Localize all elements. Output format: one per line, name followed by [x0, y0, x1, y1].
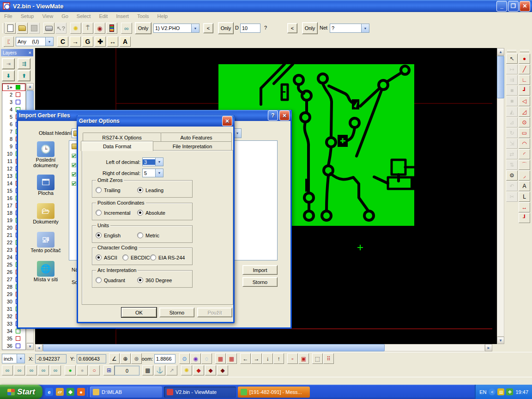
- draw-rect-button[interactable]: ▭: [519, 128, 530, 138]
- pan-down-button[interactable]: ↓: [262, 353, 273, 364]
- layer-color-swatch[interactable]: [16, 85, 20, 90]
- move-points-button[interactable]: ⇉: [506, 75, 518, 85]
- layer-up-button[interactable]: ⬆: [18, 70, 30, 81]
- layer-combo-arrow-icon[interactable]: ▼: [191, 24, 199, 32]
- dcode-g-button[interactable]: G: [82, 36, 93, 47]
- undo-button[interactable]: ↶: [506, 181, 518, 191]
- print-button[interactable]: [43, 23, 54, 34]
- zoom-select-button[interactable]: ◌: [201, 353, 212, 364]
- measure-button[interactable]: ↗: [166, 365, 177, 375]
- snap-grid-button[interactable]: ▩: [142, 365, 153, 375]
- redraw-board-button[interactable]: ▦: [215, 353, 226, 364]
- zoom-field[interactable]: 1.8866: [154, 354, 175, 363]
- folder-launch-icon[interactable]: ▱: [56, 388, 64, 396]
- layer-color-swatch[interactable]: [16, 336, 20, 341]
- right-decimal-arrow-icon[interactable]: ▼: [155, 169, 163, 177]
- only-net-button[interactable]: Only: [302, 22, 318, 34]
- options-cancel-button[interactable]: Storno: [159, 308, 194, 317]
- layer-row[interactable]: 1+: [2, 84, 25, 91]
- right-toolbar-grip1[interactable]: [507, 50, 516, 52]
- draw-fan-button[interactable]: ◁: [519, 96, 530, 106]
- draw-corner-button[interactable]: ┛: [519, 85, 530, 96]
- filled-square2-button[interactable]: ■: [506, 96, 518, 106]
- radio-trailing[interactable]: Trailing: [96, 187, 121, 193]
- only-layer-button[interactable]: Only: [135, 22, 151, 34]
- select-any-button[interactable]: ⣏: [4, 36, 14, 47]
- prev-layer-button[interactable]: <: [203, 23, 213, 33]
- pad-rotate-button[interactable]: ◆: [205, 365, 216, 375]
- film-palette-button[interactable]: [106, 23, 117, 34]
- y-coordinate-field[interactable]: 0.690643: [77, 354, 106, 363]
- only-dcode-button[interactable]: Only: [218, 22, 234, 34]
- highlight-off-button[interactable]: ●: [77, 365, 88, 375]
- draw-bend-button[interactable]: ┚: [519, 213, 530, 223]
- layer-down-button[interactable]: ⬇: [2, 70, 15, 81]
- radio-360-degree[interactable]: 360 Degree: [137, 277, 172, 283]
- tab-file-interpretation[interactable]: File Interpretation: [153, 141, 232, 151]
- tab-data-format[interactable]: Data Format: [81, 141, 153, 151]
- transform-button[interactable]: ⇄: [506, 149, 518, 159]
- apply-button[interactable]: Použít: [197, 308, 232, 317]
- pad-mode-button[interactable]: ◆: [193, 365, 204, 375]
- rotate-button[interactable]: ↻: [506, 128, 518, 138]
- zoom-magnifier-button[interactable]: ⊙: [179, 353, 190, 364]
- select-points-button[interactable]: ⠿: [323, 353, 334, 364]
- app-titlebar[interactable]: V2.bin - ViewMate _ ❐ ✕: [0, 0, 532, 12]
- view-pads-button[interactable]: ∞: [2, 365, 13, 375]
- pan-left-button[interactable]: ←: [240, 353, 251, 364]
- menu-edit[interactable]: Edit: [95, 12, 112, 20]
- place-desktop[interactable]: 🗔Plocha: [24, 175, 67, 196]
- radio-metric[interactable]: Metric: [137, 232, 159, 238]
- import-help-button[interactable]: ?: [268, 110, 278, 121]
- gerber-file-icon[interactable]: 🗹: [71, 162, 77, 169]
- place-documents[interactable]: 🗁Dokumenty: [24, 203, 67, 224]
- gerber-file-icon[interactable]: 🗹: [71, 181, 77, 187]
- radio-leading[interactable]: Leading: [137, 187, 163, 193]
- internet-explorer-icon[interactable]: e: [45, 388, 53, 396]
- draw-label-button[interactable]: L: [519, 192, 530, 202]
- ok-button[interactable]: OK: [121, 308, 157, 317]
- unit-combo[interactable]: inch ▼: [2, 354, 25, 363]
- minimize-button[interactable]: _: [496, 1, 507, 12]
- task-alert[interactable]: [191-482-091] - Mess...: [238, 387, 310, 398]
- vscroll-up-icon[interactable]: ▲: [497, 48, 504, 55]
- start-button[interactable]: Start: [0, 385, 42, 399]
- filled-square-button[interactable]: ■: [506, 85, 518, 96]
- flash-view-button[interactable]: ✺: [70, 23, 81, 34]
- place-network-places[interactable]: 🌐Místa v síti: [24, 261, 67, 282]
- view-polygons-button[interactable]: ∞: [26, 365, 37, 375]
- radio-eia-rs-244[interactable]: EIA RS-244: [150, 254, 185, 260]
- counter-field[interactable]: 0: [115, 366, 139, 375]
- vscroll-down-icon[interactable]: ▼: [497, 337, 504, 344]
- trace-button[interactable]: ↔: [107, 36, 118, 47]
- firefox-icon[interactable]: ●: [77, 388, 85, 396]
- layer-row[interactable]: 35: [2, 335, 25, 342]
- settings-gear-button[interactable]: ⚙: [506, 170, 518, 181]
- prev-net-button[interactable]: <: [287, 23, 297, 33]
- draw-text-button[interactable]: A: [519, 181, 530, 191]
- radio-incremental[interactable]: Incremental: [96, 210, 130, 216]
- flip-button[interactable]: ⊿: [506, 117, 518, 127]
- layer-color-swatch[interactable]: [16, 344, 20, 348]
- viewport-hscrollbar[interactable]: ◄ ►: [35, 344, 492, 351]
- net-combo[interactable]: ? ▼: [330, 24, 369, 33]
- pan-right-button[interactable]: →: [251, 353, 262, 364]
- draw-line-button[interactable]: ╱: [519, 64, 530, 74]
- gerber-options-close-button[interactable]: ✕: [222, 116, 232, 126]
- flash-mode-button[interactable]: ✺: [181, 365, 192, 375]
- viewport-vscrollbar[interactable]: ▲ ▼: [497, 48, 504, 344]
- menu-view[interactable]: View: [38, 12, 57, 20]
- relative-origin-button[interactable]: ⊛: [131, 353, 142, 364]
- radio-absolute[interactable]: Absolute: [137, 210, 165, 216]
- grid-button[interactable]: ▦: [226, 353, 237, 364]
- menu-insert[interactable]: Insert: [112, 12, 133, 20]
- menu-help[interactable]: Help: [153, 12, 172, 20]
- layer-color-swatch[interactable]: [16, 92, 20, 97]
- layers-close-icon[interactable]: ✕: [28, 51, 31, 55]
- aperture-tower-button[interactable]: ⍑: [82, 23, 93, 34]
- dcode-film-button[interactable]: ◉: [94, 23, 105, 34]
- layer-stack-button[interactable]: ⇶: [18, 58, 30, 69]
- pan-up-button[interactable]: ↑: [273, 353, 284, 364]
- zoom-in-grid-button[interactable]: ▣: [298, 353, 309, 364]
- inspect-ruler-button[interactable]: ∞: [121, 23, 132, 34]
